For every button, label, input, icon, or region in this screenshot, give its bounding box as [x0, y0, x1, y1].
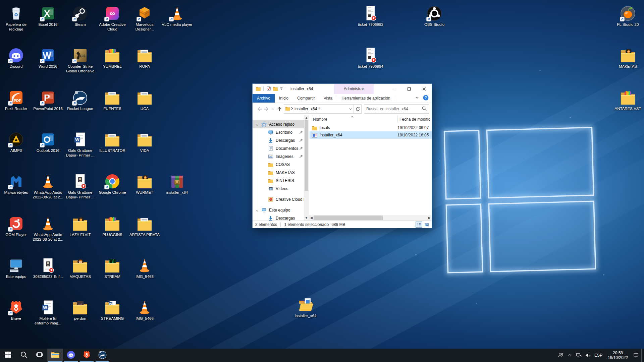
- ropa[interactable]: ROPA: [129, 47, 160, 69]
- galo-grattone-doc-2[interactable]: Galo Grattone Dapur- Primer ...: [64, 173, 96, 199]
- sidebar-item-documentos[interactable]: Documentos: [253, 144, 309, 153]
- column-divider[interactable]: [397, 116, 398, 122]
- taskbar-discord-button[interactable]: [63, 349, 79, 362]
- lazy-elvit[interactable]: LAZY ELVIT: [64, 216, 96, 237]
- title-bar[interactable]: installer_x64 Administrar: [253, 84, 432, 94]
- recycle-bin[interactable]: ♻Papelera de reciclaje: [0, 5, 32, 32]
- marvelous-designer[interactable]: Marvelous Designer...: [129, 5, 160, 32]
- vlc-media-player[interactable]: VLC media player: [161, 5, 193, 27]
- antares-vst[interactable]: ANTARES VST: [612, 89, 644, 111]
- folder-icon[interactable]: [256, 86, 261, 92]
- address-dropdown-chevron-icon[interactable]: [348, 107, 353, 111]
- large-icons-view-button[interactable]: [423, 222, 430, 228]
- file-row-locals[interactable]: locals19/10/2022 06:07: [310, 124, 432, 131]
- fuentes[interactable]: FUENTES: [97, 89, 128, 111]
- action-center-icon[interactable]: [631, 349, 640, 362]
- galo-grattone-doc-1[interactable]: WGalo Grattone Dapur- Primer ...: [64, 131, 96, 158]
- network-icon[interactable]: [574, 349, 583, 362]
- language-indicator[interactable]: ESP: [592, 353, 604, 358]
- ticket-7906994[interactable]: ticket-7906994: [355, 47, 386, 69]
- counter-strike-go[interactable]: GOCounter-Strike Global Offensive: [64, 47, 96, 73]
- show-desktop-button[interactable]: [641, 349, 643, 362]
- forward-button[interactable]: [263, 105, 271, 113]
- discord[interactable]: Discord: [0, 47, 32, 69]
- taskbar-brave-button[interactable]: [79, 349, 95, 362]
- details-view-button[interactable]: [416, 222, 422, 228]
- chevron-down-icon[interactable]: [256, 123, 259, 128]
- scrollbar-thumb[interactable]: [305, 120, 308, 191]
- minimize-button[interactable]: [386, 84, 401, 94]
- taskbar-task-view-button[interactable]: [32, 349, 47, 362]
- scroll-right-icon[interactable]: ▶: [427, 215, 432, 221]
- refresh-button[interactable]: [354, 104, 362, 114]
- sidebar-item-vídeos[interactable]: Vídeos: [253, 185, 309, 193]
- taskbar-search-button[interactable]: [16, 349, 32, 362]
- sidebar-item-descargas[interactable]: Descargas: [253, 136, 309, 144]
- back-button[interactable]: [255, 105, 263, 113]
- outlook-2016[interactable]: OOutlook 2016: [32, 131, 64, 153]
- maquetas[interactable]: MP3MAQUETAS: [64, 257, 96, 279]
- whatsapp-audio-2[interactable]: WhatsApp Audio 2022-08-26 at 2...: [32, 216, 64, 242]
- whatsapp-audio-1[interactable]: WhatsApp Audio 2022-08-26 at 2...: [32, 173, 64, 199]
- powerpoint-2016[interactable]: PPowerPoint 2016: [32, 89, 64, 111]
- tab-vista[interactable]: Vista: [319, 94, 337, 103]
- sidebar-item-escritorio[interactable]: Escritorio: [253, 128, 309, 136]
- ticket-7906993[interactable]: ticket-7906993: [355, 5, 386, 27]
- sidebar-item-imágenes[interactable]: Imágenes: [253, 153, 309, 161]
- installer-x64-rar[interactable]: installer_x64: [161, 173, 193, 195]
- streaming[interactable]: WSTREAMING: [97, 299, 128, 321]
- up-button[interactable]: [275, 105, 283, 113]
- breadcrumb[interactable]: installer_x64: [294, 107, 317, 111]
- horizontal-scrollbar[interactable]: ◀ ▶: [309, 215, 432, 221]
- este-equipo[interactable]: Este equipo: [0, 257, 32, 279]
- tab-herramientas-de-aplicaci-n[interactable]: Herramientas de aplicación: [337, 94, 394, 103]
- scroll-down-icon[interactable]: ▼: [304, 216, 309, 220]
- tab-archivo[interactable]: Archivo: [253, 94, 275, 103]
- taskbar-rocket-league-button[interactable]: [95, 349, 110, 362]
- close-button[interactable]: [417, 84, 432, 94]
- taskbar-start-button[interactable]: [0, 349, 16, 362]
- artista-pirata[interactable]: ARTISTA PIRATA: [129, 216, 160, 237]
- chevron-right-icon[interactable]: [318, 107, 321, 111]
- sidebar-item-cosas[interactable]: COSAS: [253, 161, 309, 169]
- maximize-button[interactable]: [401, 84, 417, 94]
- img-5466[interactable]: IMG_5466: [129, 299, 160, 321]
- column-header-name[interactable]: Nombre: [313, 116, 327, 123]
- search-icon[interactable]: [422, 106, 427, 112]
- maketas-right[interactable]: MAKETAS: [612, 47, 644, 69]
- sidebar-item-este-equipo[interactable]: Este equipo: [253, 206, 309, 214]
- excel-2016[interactable]: XExcel 2016: [32, 5, 64, 27]
- sidebar-scrollbar[interactable]: ▲ ▼: [304, 115, 309, 221]
- volume-icon[interactable]: [583, 349, 592, 362]
- gom-player[interactable]: GOM Player: [0, 216, 32, 237]
- sidebar-item-acceso-rápido[interactable]: Acceso rápido: [253, 120, 309, 128]
- search-input[interactable]: Buscar en installer_x64: [364, 104, 429, 114]
- stream[interactable]: STREAM: [97, 257, 128, 279]
- customize-chevron-icon[interactable]: [279, 86, 283, 92]
- wurmet[interactable]: WURMET: [129, 173, 160, 195]
- pluggins[interactable]: PLUGGINS: [97, 216, 128, 237]
- moliere-doc[interactable]: WMoliére El enfermo imag...: [32, 299, 64, 325]
- scrollbar-thumb[interactable]: [314, 216, 383, 220]
- aimp3[interactable]: AIMP3: [0, 131, 32, 153]
- people-icon[interactable]: [556, 349, 565, 362]
- tab-inicio[interactable]: Inicio: [275, 94, 293, 103]
- fl-studio-20[interactable]: FL Studio 20: [612, 5, 644, 27]
- sidebar-item-creative-cloud-fil[interactable]: CcCreative Cloud Fil: [253, 195, 309, 203]
- yumbrel[interactable]: YUMBREL: [97, 47, 128, 69]
- tab-compartir[interactable]: Compartir: [293, 94, 319, 103]
- taskbar-file-explorer-button[interactable]: [47, 349, 63, 362]
- help-icon[interactable]: ?: [423, 95, 429, 102]
- foxit-reader[interactable]: PDFFoxit Reader: [0, 89, 32, 111]
- illustrator[interactable]: ILLUSTRATOR: [97, 131, 128, 153]
- uca[interactable]: UCA: [129, 89, 160, 111]
- expand-ribbon-chevron-icon[interactable]: [415, 96, 419, 101]
- column-header-date[interactable]: Fecha de modific: [399, 116, 430, 123]
- chevron-up-icon[interactable]: [565, 349, 574, 362]
- sidebar-item-maketas[interactable]: MAKETAS: [253, 169, 309, 177]
- clock[interactable]: 20:58 19/10/2022: [604, 351, 631, 360]
- rocket-league[interactable]: Rocket League: [64, 89, 96, 111]
- recent-locations-chevron-icon[interactable]: [271, 105, 275, 113]
- chevron-down-icon[interactable]: [256, 209, 259, 214]
- new-folder-icon[interactable]: [273, 86, 278, 92]
